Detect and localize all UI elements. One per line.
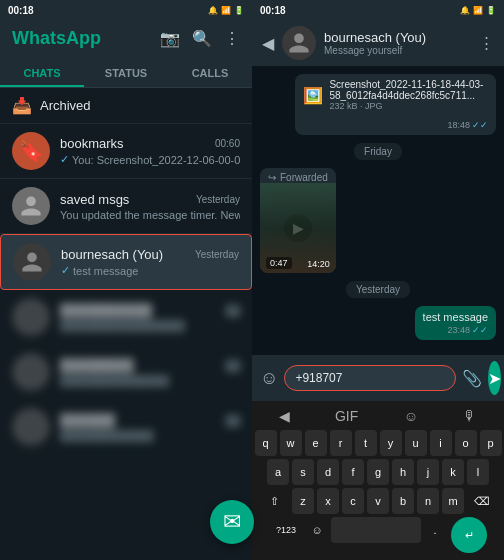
keyboard-row-4: ?123 ☺ . ↵ xyxy=(256,517,500,553)
chat-time-saved: Yesterday xyxy=(196,194,240,205)
preview-text-saved: You updated the message timer. New messa… xyxy=(60,209,240,221)
key-j[interactable]: j xyxy=(417,459,439,485)
key-r[interactable]: r xyxy=(330,430,352,456)
back-button[interactable]: ◀ xyxy=(262,34,274,53)
r-wifi-icon: 📶 xyxy=(473,6,483,15)
emoji-button[interactable]: ☺ xyxy=(260,368,278,389)
video-thumbnail: ▶ 0:47 14:20 xyxy=(260,183,336,273)
archive-icon: 📥 xyxy=(12,96,32,115)
key-v[interactable]: v xyxy=(367,488,389,514)
chat-name-row-blur1: ██████████ ██ xyxy=(60,303,240,318)
msg-delivered-icon: ✓✓ xyxy=(472,325,488,335)
msg-time-out: 23:48 ✓✓ xyxy=(423,325,488,335)
tab-chats-label: CHATS xyxy=(0,67,84,79)
chat-item-bookmarks[interactable]: 🔖 bookmarks 00:60 ✓ You: Screenshot_2022… xyxy=(0,124,252,179)
tab-status[interactable]: STATUS xyxy=(84,57,168,87)
key-n[interactable]: n xyxy=(417,488,439,514)
attach-button[interactable]: 📎 xyxy=(462,369,482,388)
chat-name-row-bookmarks: bookmarks 00:60 xyxy=(60,136,240,151)
key-q[interactable]: q xyxy=(255,430,277,456)
checkmark-bournesach: ✓ xyxy=(61,264,70,277)
key-z[interactable]: z xyxy=(292,488,314,514)
new-chat-fab[interactable]: ✉ xyxy=(210,500,254,544)
keyboard-row-3: ⇧ z x c v b n m ⌫ xyxy=(256,488,500,514)
chat-header-info: bournesach (You) Message yourself xyxy=(324,30,471,56)
archived-row[interactable]: 📥 Archived xyxy=(0,88,252,124)
file-icon: 🖼️ xyxy=(303,86,323,105)
chat-header-avatar xyxy=(282,26,316,60)
keyboard-row-1: q w e r t y u i o p xyxy=(256,430,500,456)
key-g[interactable]: g xyxy=(367,459,389,485)
chat-info-bournesach: bournesach (You) Yesterday ✓ test messag… xyxy=(61,247,239,277)
chat-more-icon[interactable]: ⋮ xyxy=(479,34,494,52)
key-x[interactable]: x xyxy=(317,488,339,514)
key-w[interactable]: w xyxy=(280,430,302,456)
key-period[interactable]: . xyxy=(424,517,446,543)
key-h[interactable]: h xyxy=(392,459,414,485)
media-filename: Screenshot_2022-11-16-18-44-03-58_6012fa… xyxy=(329,79,488,101)
media-size: 232 kB · JPG xyxy=(329,101,488,111)
key-e[interactable]: e xyxy=(305,430,327,456)
key-c[interactable]: c xyxy=(342,488,364,514)
chat-info-blur1: ██████████ ██ ████████████████ xyxy=(60,303,240,332)
key-a[interactable]: a xyxy=(267,459,289,485)
key-i[interactable]: i xyxy=(430,430,452,456)
chat-name-bookmarks: bookmarks xyxy=(60,136,124,151)
chat-item-bournesach[interactable]: bournesach (You) Yesterday ✓ test messag… xyxy=(0,234,252,290)
battery-icon: 🔋 xyxy=(234,6,244,15)
notif-icon: 🔔 xyxy=(208,6,218,15)
tab-calls[interactable]: CALLS xyxy=(168,57,252,87)
right-panel: 00:18 🔔 📶 🔋 ◀ bournesach (You) Message y… xyxy=(252,0,504,560)
msg-media-out: 🖼️ Screenshot_2022-11-16-18-44-03-58_601… xyxy=(295,74,496,135)
key-f[interactable]: f xyxy=(342,459,364,485)
right-status-icons: 🔔 📶 🔋 xyxy=(460,6,496,15)
wifi-icon: 📶 xyxy=(221,6,231,15)
send-icon: ➤ xyxy=(488,369,501,388)
chat-header-sub: Message yourself xyxy=(324,45,471,56)
left-status-icons: 🔔 📶 🔋 xyxy=(208,6,244,15)
key-o[interactable]: o xyxy=(455,430,477,456)
chat-messages: 🖼️ Screenshot_2022-11-16-18-44-03-58_601… xyxy=(252,66,504,355)
kb-mic-icon[interactable]: 🎙 xyxy=(463,408,477,424)
key-t[interactable]: t xyxy=(355,430,377,456)
preview-text-bournesach: test message xyxy=(73,265,138,277)
more-icon[interactable]: ⋮ xyxy=(224,29,240,48)
key-s[interactable]: s xyxy=(292,459,314,485)
key-l[interactable]: l xyxy=(467,459,489,485)
left-status-bar: 00:18 🔔 📶 🔋 xyxy=(0,0,252,20)
key-space[interactable] xyxy=(331,517,421,543)
keyboard-row-2: a s d f g h j k l xyxy=(256,459,500,485)
key-k[interactable]: k xyxy=(442,459,464,485)
key-p[interactable]: p xyxy=(480,430,502,456)
chat-item-saved[interactable]: saved msgs Yesterday You updated the mes… xyxy=(0,179,252,234)
message-input[interactable] xyxy=(284,365,456,391)
kb-back-icon[interactable]: ◀ xyxy=(279,408,290,424)
key-u[interactable]: u xyxy=(405,430,427,456)
key-d[interactable]: d xyxy=(317,459,339,485)
chat-preview-bookmarks: ✓ You: Screenshot_2022-12-06-00-00-03-82… xyxy=(60,153,240,166)
input-area: ☺ 📎 ➤ xyxy=(252,355,504,401)
chat-preview-saved: You updated the message timer. New messa… xyxy=(60,209,240,221)
kb-gif-icon[interactable]: GIF xyxy=(335,408,358,424)
key-shift[interactable]: ⇧ xyxy=(259,488,289,514)
camera-icon[interactable]: 📷 xyxy=(160,29,180,48)
chat-name-row-saved: saved msgs Yesterday xyxy=(60,192,240,207)
key-symbols[interactable]: ?123 xyxy=(269,517,303,543)
kb-sticker-icon[interactable]: ☺ xyxy=(404,408,418,424)
search-icon[interactable]: 🔍 xyxy=(192,29,212,48)
send-button[interactable]: ➤ xyxy=(488,361,501,395)
key-enter[interactable]: ↵ xyxy=(451,517,487,553)
msg-test-out: test message 23:48 ✓✓ xyxy=(415,306,496,340)
right-time: 00:18 xyxy=(260,5,286,16)
media-time: 18:48 ✓✓ xyxy=(303,120,488,130)
left-header-icons: 📷 🔍 ⋮ xyxy=(160,29,240,48)
key-y[interactable]: y xyxy=(380,430,402,456)
key-b[interactable]: b xyxy=(392,488,414,514)
chat-info-blur3: ██████ ██ ████████████ xyxy=(60,413,240,442)
key-m[interactable]: m xyxy=(442,488,464,514)
key-delete[interactable]: ⌫ xyxy=(467,488,497,514)
tab-chats[interactable]: CHATS xyxy=(0,57,84,87)
avatar-bournesach xyxy=(13,243,51,281)
msg-forwarded-video: ↪ Forwarded ▶ 0:47 14:20 xyxy=(260,168,336,273)
key-emoji[interactable]: ☺ xyxy=(306,517,328,543)
